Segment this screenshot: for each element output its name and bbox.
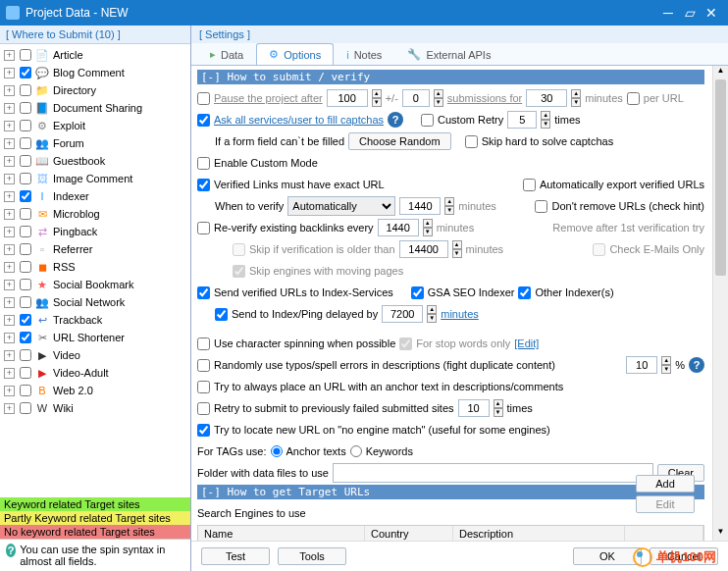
expand-icon[interactable]: +: [4, 368, 15, 379]
dont-remove-checkbox[interactable]: [535, 200, 547, 213]
reverify-spinner[interactable]: ▲▼: [423, 219, 433, 236]
sidebar-item-pingback[interactable]: +⇄Pingback: [0, 223, 190, 240]
folder-input[interactable]: [333, 463, 653, 483]
expand-icon[interactable]: +: [4, 138, 15, 149]
engine-checkbox[interactable]: [20, 243, 31, 255]
typos-input[interactable]: [626, 356, 657, 374]
sidebar-item-video-adult[interactable]: +▶Video-Adult: [0, 364, 190, 382]
pause-project-label[interactable]: Pause the project after: [214, 92, 323, 104]
submissions-for-label[interactable]: submissions for: [447, 92, 522, 104]
sidebar-item-social-network[interactable]: +👥Social Network: [0, 293, 190, 311]
engine-checkbox[interactable]: [20, 102, 31, 114]
expand-icon[interactable]: +: [4, 156, 15, 167]
sidebar-item-guestbook[interactable]: +📖Guestbook: [0, 152, 190, 170]
expand-icon[interactable]: +: [4, 174, 15, 184]
choose-random-button[interactable]: Choose Random: [348, 132, 451, 150]
scroll-thumb[interactable]: [715, 79, 726, 276]
retry-failed-input[interactable]: [458, 399, 490, 417]
help-icon[interactable]: ?: [689, 357, 704, 373]
engine-checkbox[interactable]: [20, 296, 31, 308]
when-verify-select[interactable]: Automatically: [287, 196, 395, 216]
retry-failed-checkbox[interactable]: [197, 402, 210, 415]
send-delayed-checkbox[interactable]: [215, 308, 228, 321]
expand-icon[interactable]: +: [4, 297, 15, 308]
engine-checkbox[interactable]: [20, 332, 31, 343]
ask-captcha-label[interactable]: Ask all services/user to fill captchas: [214, 114, 384, 126]
sidebar-item-trackback[interactable]: +↩Trackback: [0, 311, 190, 329]
reverify-input[interactable]: [378, 219, 419, 236]
scroll-down-icon[interactable]: ▼: [713, 527, 728, 541]
sidebar-item-document-sharing[interactable]: +📘Document Sharing: [0, 99, 190, 117]
ok-button[interactable]: OK: [573, 547, 642, 565]
engine-checkbox[interactable]: [20, 279, 31, 290]
sidebar-item-referrer[interactable]: +▫Referrer: [0, 240, 190, 258]
other-indexer-checkbox[interactable]: [518, 286, 531, 299]
help-icon[interactable]: ?: [388, 112, 403, 128]
tab-options[interactable]: ⚙Options: [256, 43, 334, 65]
engine-checkbox[interactable]: [20, 137, 31, 149]
engine-checkbox[interactable]: [20, 261, 31, 273]
engine-checkbox[interactable]: [20, 190, 31, 202]
engine-checkbox[interactable]: [20, 349, 31, 361]
retry-input[interactable]: [507, 111, 537, 129]
add-button[interactable]: Add: [636, 475, 695, 493]
expand-icon[interactable]: +: [4, 244, 15, 255]
retry-spinner[interactable]: ▲▼: [541, 111, 550, 129]
keywords-radio[interactable]: [350, 445, 362, 457]
anchor-texts-radio[interactable]: [271, 445, 283, 457]
subs-spinner[interactable]: ▲▼: [571, 89, 581, 107]
engine-checkbox[interactable]: [20, 84, 31, 96]
expand-icon[interactable]: +: [4, 386, 15, 396]
sidebar-item-forum[interactable]: +👥Forum: [0, 134, 190, 152]
pause-spinner[interactable]: ▲▼: [372, 89, 382, 107]
expand-icon[interactable]: +: [4, 280, 15, 290]
minimize-button[interactable]: ─: [657, 5, 679, 21]
anchor-text-checkbox[interactable]: [197, 381, 210, 393]
section-submit-verify[interactable]: [-] How to submit / verify: [197, 70, 704, 84]
expand-icon[interactable]: +: [4, 121, 15, 131]
expand-icon[interactable]: +: [4, 50, 15, 61]
expand-icon[interactable]: +: [4, 262, 15, 273]
expand-icon[interactable]: +: [4, 85, 15, 96]
skip-hard-checkbox[interactable]: [465, 135, 478, 148]
scroll-up-icon[interactable]: ▲: [713, 66, 728, 79]
retry-failed-spinner[interactable]: ▲▼: [494, 399, 503, 417]
help-icon[interactable]: ?: [6, 544, 16, 557]
sidebar-item-rss[interactable]: +◼RSS: [0, 258, 190, 276]
tab-external-apis[interactable]: 🔧External APIs: [394, 43, 503, 65]
gsa-indexer-checkbox[interactable]: [411, 286, 424, 299]
engine-checkbox[interactable]: [20, 314, 31, 326]
engine-checkbox[interactable]: [20, 49, 31, 61]
pause-project-checkbox[interactable]: [197, 92, 210, 105]
custom-retry-checkbox[interactable]: [421, 114, 434, 127]
typos-spinner[interactable]: ▲▼: [661, 356, 671, 374]
engine-tree[interactable]: +📄Article+💬Blog Comment+📁Directory+📘Docu…: [0, 44, 190, 497]
ask-captcha-checkbox[interactable]: [197, 114, 210, 127]
pause-count-input[interactable]: [327, 89, 368, 107]
sidebar-item-video[interactable]: +▶Video: [0, 346, 190, 364]
skip-older-spinner[interactable]: ▲▼: [452, 240, 462, 258]
test-button[interactable]: Test: [201, 547, 270, 565]
engine-checkbox[interactable]: [20, 367, 31, 379]
sidebar-item-url-shortener[interactable]: +✂URL Shortener: [0, 329, 190, 346]
section-target-urls[interactable]: [-] How to get Target URLs: [197, 485, 704, 499]
delay-input[interactable]: [382, 305, 423, 323]
engine-checkbox[interactable]: [20, 208, 31, 220]
tab-data[interactable]: ▸Data: [197, 43, 256, 65]
sidebar-item-image-comment[interactable]: +🖼Image Comment: [0, 170, 190, 187]
auto-export-checkbox[interactable]: [523, 179, 536, 191]
sidebar-item-web-2-0[interactable]: +BWeb 2.0: [0, 382, 190, 399]
sidebar-item-microblog[interactable]: +✉Microblog: [0, 205, 190, 223]
expand-icon[interactable]: +: [4, 315, 15, 326]
sidebar-item-exploit[interactable]: +⚙Exploit: [0, 117, 190, 134]
delay-spinner[interactable]: ▲▼: [427, 305, 437, 323]
char-spin-checkbox[interactable]: [197, 337, 210, 350]
expand-icon[interactable]: +: [4, 227, 15, 237]
edit-stopwords-link[interactable]: [Edit]: [514, 337, 539, 349]
expand-icon[interactable]: +: [4, 68, 15, 78]
pm-spinner[interactable]: ▲▼: [434, 89, 443, 107]
engine-checkbox[interactable]: [20, 385, 31, 396]
send-index-checkbox[interactable]: [197, 286, 210, 299]
sidebar-item-indexer[interactable]: +IIndexer: [0, 187, 190, 205]
engine-checkbox[interactable]: [20, 173, 31, 184]
